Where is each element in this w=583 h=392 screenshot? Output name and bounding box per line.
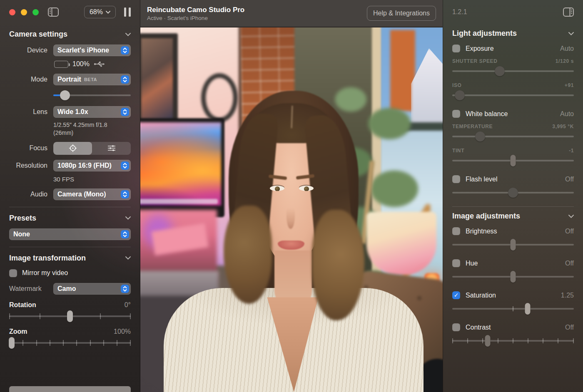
watermark-dropdown[interactable]: Camo — [53, 283, 131, 295]
dropdown-stepper-icon — [121, 75, 129, 84]
presets-header[interactable]: Presets — [9, 214, 131, 223]
pause-preview-button[interactable] — [124, 7, 131, 17]
rotation-slider[interactable] — [9, 311, 131, 321]
device-dropdown[interactable]: Scarlet's iPhone — [53, 45, 131, 56]
mirror-video-checkbox[interactable] — [9, 269, 17, 277]
mode-label: Mode — [9, 76, 47, 83]
device-label: Device — [9, 47, 47, 54]
battery-percent: 100% — [72, 60, 90, 68]
dropdown-stepper-icon — [121, 161, 129, 170]
presets-title: Presets — [9, 214, 36, 223]
white-balance-checkbox[interactable] — [452, 110, 460, 118]
lens-dropdown[interactable]: Wide 1.0x — [53, 106, 131, 118]
focus-auto-segment[interactable] — [53, 142, 92, 155]
image-transformation-header[interactable]: Image transformation — [9, 254, 131, 263]
slider-thumb[interactable] — [495, 66, 505, 76]
close-button[interactable] — [9, 9, 15, 15]
contrast-slider[interactable] — [452, 335, 574, 346]
mode-dropdown[interactable]: Portrait BETA — [53, 74, 131, 85]
slider-thumb[interactable] — [9, 337, 15, 349]
contrast-row: Contrast Off — [452, 323, 574, 331]
flash-level-checkbox[interactable] — [452, 175, 460, 183]
contrast-label: Contrast — [466, 324, 491, 331]
preview-zoom-dropdown[interactable]: 68% — [84, 6, 116, 18]
slider-thumb[interactable] — [508, 188, 518, 198]
brightness-value: Off — [565, 228, 574, 235]
zoom-window-button[interactable] — [32, 9, 39, 15]
slider-thumb[interactable] — [525, 303, 531, 315]
slider-thumb[interactable] — [511, 239, 516, 251]
chevron-down-icon — [106, 11, 110, 14]
slider-thumb[interactable] — [67, 310, 73, 322]
hue-slider[interactable] — [452, 271, 574, 282]
section-divider — [9, 247, 131, 247]
flash-level-label: Flash level — [466, 176, 497, 183]
mirror-video-row: Mirror my video — [9, 269, 131, 277]
iso-slider[interactable] — [452, 90, 574, 101]
slider-thumb[interactable] — [511, 155, 516, 166]
light-adjustments-header[interactable]: Light adjustments — [452, 29, 574, 38]
saturation-value: 1.25 — [561, 292, 574, 299]
focus-label: Focus — [9, 144, 47, 152]
dropdown-stepper-icon — [121, 285, 129, 293]
tint-value: -1 — [569, 148, 574, 154]
slider-thumb[interactable] — [60, 90, 70, 100]
section-divider — [452, 206, 574, 207]
section-divider — [9, 207, 131, 207]
portrait-strength-slider[interactable] — [53, 90, 131, 100]
camera-settings-header[interactable]: Camera settings — [9, 30, 131, 39]
saturation-checkbox[interactable] — [452, 291, 460, 299]
flash-level-value: Off — [565, 176, 574, 183]
brightness-slider[interactable] — [452, 239, 574, 250]
slider-center-tick — [513, 306, 513, 311]
audio-dropdown[interactable]: Camera (Mono) — [53, 189, 131, 200]
presets-dropdown[interactable]: None — [9, 228, 131, 240]
mirror-video-label: Mirror my video — [22, 269, 68, 277]
camo-studio-window: 68% Camera settings Device Scarlet's iPh… — [0, 0, 583, 392]
chevron-down-icon — [125, 33, 131, 36]
minimize-button[interactable] — [21, 9, 27, 15]
resolution-value: 1080p 16:9 (FHD) — [57, 162, 112, 169]
slider-thumb[interactable] — [455, 90, 465, 100]
exposure-label: Exposure — [466, 45, 494, 52]
mode-value: Portrait — [57, 76, 81, 83]
partial-bottom-button[interactable] — [9, 386, 131, 392]
temperature-slider[interactable] — [452, 131, 574, 142]
hue-value: Off — [565, 260, 574, 267]
zoom-value: 100% — [114, 328, 131, 335]
shutter-speed-slider[interactable] — [452, 66, 574, 77]
preview-zoom-value: 68% — [90, 8, 103, 16]
left-toolbar: 68% — [0, 0, 140, 24]
zoom-slider[interactable] — [9, 338, 131, 348]
white-balance-row: White balance Auto — [452, 110, 574, 118]
audio-value: Camera (Mono) — [57, 191, 106, 198]
help-integrations-button[interactable]: Help & Integrations — [367, 6, 436, 21]
focus-manual-segment[interactable] — [92, 142, 131, 155]
tint-slider[interactable] — [452, 155, 574, 166]
hue-checkbox[interactable] — [452, 259, 460, 267]
white-balance-value: Auto — [560, 110, 574, 118]
slider-thumb[interactable] — [485, 335, 490, 347]
chevron-down-icon — [568, 32, 574, 35]
hue-row: Hue Off — [452, 259, 574, 267]
hue-label: Hue — [466, 260, 478, 267]
brightness-checkbox[interactable] — [452, 227, 460, 235]
image-transformation-title: Image transformation — [9, 254, 86, 263]
shutter-speed-row: SHUTTER SPEED 1/120 s — [452, 58, 574, 64]
toggle-right-sidebar-icon[interactable] — [563, 7, 574, 17]
traffic-lights — [9, 9, 39, 15]
resolution-dropdown[interactable]: 1080p 16:9 (FHD) — [53, 160, 131, 171]
saturation-slider[interactable] — [452, 303, 574, 314]
saturation-row: Saturation 1.25 — [452, 291, 574, 299]
preview-area: Reincubate Camo Studio Pro Active · Scar… — [140, 0, 443, 392]
exposure-checkbox[interactable] — [452, 45, 460, 52]
toggle-left-sidebar-icon[interactable] — [48, 7, 59, 17]
slider-thumb[interactable] — [511, 271, 516, 283]
flash-level-slider[interactable] — [452, 187, 574, 198]
iso-label: ISO — [452, 82, 461, 88]
slider-thumb[interactable] — [475, 131, 485, 141]
image-adjustments-header[interactable]: Image adjustments — [452, 212, 574, 221]
audio-label: Audio — [9, 191, 47, 198]
version-label: 1.2.1 — [452, 8, 467, 16]
contrast-checkbox[interactable] — [452, 323, 460, 331]
